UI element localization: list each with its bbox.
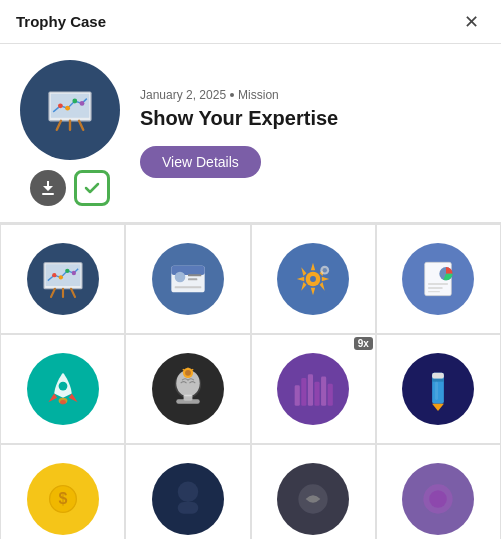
svg-line-45 <box>192 369 193 370</box>
svg-rect-23 <box>188 278 197 280</box>
svg-rect-49 <box>301 378 306 406</box>
trophy-circle-pencil <box>402 353 474 425</box>
trophy-cell-chart[interactable] <box>0 224 125 334</box>
trophy-circle-card <box>152 243 224 315</box>
svg-line-6 <box>57 121 61 130</box>
trophy-circle-dark2 <box>277 463 349 535</box>
trophy-circle-chart <box>27 243 99 315</box>
svg-point-5 <box>80 101 85 106</box>
trophy-cell-rocket[interactable] <box>0 334 125 444</box>
trophy-cell-dark2[interactable] <box>251 444 376 539</box>
svg-rect-24 <box>175 286 202 288</box>
svg-point-2 <box>58 103 63 108</box>
svg-point-21 <box>175 272 186 283</box>
header: Trophy Case ✕ <box>0 0 501 44</box>
chart-icon <box>46 86 94 134</box>
featured-trophy-icon <box>20 60 120 160</box>
trophy-circle-dark1 <box>152 463 224 535</box>
svg-line-18 <box>71 289 75 297</box>
svg-rect-48 <box>295 385 300 406</box>
download-button[interactable] <box>30 170 66 206</box>
trophy-circle-report <box>402 243 474 315</box>
trophy-cell-gear[interactable] <box>251 224 376 334</box>
trophy-circle-bars <box>277 353 349 425</box>
svg-point-62 <box>178 481 199 502</box>
download-icon <box>40 180 56 196</box>
trophy-cell-coin[interactable]: $ <box>0 444 125 539</box>
trophy-circle-purple2 <box>402 463 474 535</box>
svg-point-38 <box>60 400 66 404</box>
featured-right-panel: January 2, 2025 Mission Show Your Expert… <box>140 88 481 178</box>
featured-left-panel <box>20 60 120 206</box>
svg-rect-47 <box>176 399 199 403</box>
page-title: Trophy Case <box>16 13 106 30</box>
svg-point-36 <box>58 382 67 391</box>
trophy-cell-card[interactable] <box>125 224 250 334</box>
svg-rect-63 <box>178 502 199 514</box>
trophy-cell-dark1[interactable] <box>125 444 250 539</box>
trophy-cell-purple2[interactable] <box>376 444 501 539</box>
trophy-cell-bars[interactable]: 9x <box>251 334 376 444</box>
trophy-cell-report[interactable] <box>376 224 501 334</box>
trophy-cell-pencil[interactable] <box>376 334 501 444</box>
svg-rect-35 <box>428 291 440 292</box>
svg-rect-22 <box>188 274 201 276</box>
featured-date: January 2, 2025 <box>140 88 226 102</box>
svg-text:$: $ <box>58 490 67 507</box>
trophy-circle-gear <box>277 243 349 315</box>
svg-point-3 <box>65 106 70 111</box>
svg-line-16 <box>51 289 55 297</box>
trophy-cell-brain[interactable] <box>125 334 250 444</box>
svg-point-15 <box>71 271 75 275</box>
svg-line-44 <box>183 369 184 370</box>
checkmark-icon <box>83 179 101 197</box>
featured-section: January 2, 2025 Mission Show Your Expert… <box>0 44 501 224</box>
close-button[interactable]: ✕ <box>457 8 485 36</box>
featured-actions <box>30 170 110 206</box>
trophy-circle-coin: $ <box>27 463 99 535</box>
svg-rect-50 <box>308 374 313 406</box>
badge-bars: 9x <box>354 337 373 350</box>
svg-marker-55 <box>433 404 445 411</box>
svg-rect-56 <box>433 373 445 379</box>
svg-rect-57 <box>433 379 445 382</box>
svg-rect-33 <box>428 283 448 285</box>
svg-point-13 <box>58 275 62 279</box>
svg-line-8 <box>79 121 83 130</box>
meta-dot <box>230 93 234 97</box>
featured-title: Show Your Expertise <box>140 106 481 130</box>
featured-meta: January 2, 2025 Mission <box>140 88 481 102</box>
check-button[interactable] <box>74 170 110 206</box>
featured-category: Mission <box>238 88 279 102</box>
view-details-button[interactable]: View Details <box>140 146 261 178</box>
svg-rect-58 <box>435 382 438 400</box>
svg-point-12 <box>52 273 56 277</box>
svg-point-66 <box>430 490 448 508</box>
trophy-grid: 9x $ <box>0 224 501 539</box>
svg-point-4 <box>72 99 77 104</box>
svg-point-27 <box>310 276 316 282</box>
svg-point-29 <box>323 268 327 272</box>
svg-rect-9 <box>42 193 54 195</box>
svg-rect-52 <box>321 377 326 406</box>
svg-rect-51 <box>315 382 320 406</box>
svg-rect-53 <box>328 384 333 406</box>
svg-point-42 <box>185 370 191 376</box>
trophy-circle-brain <box>152 353 224 425</box>
svg-point-14 <box>65 269 69 273</box>
trophy-circle-rocket <box>27 353 99 425</box>
svg-rect-34 <box>428 287 443 289</box>
